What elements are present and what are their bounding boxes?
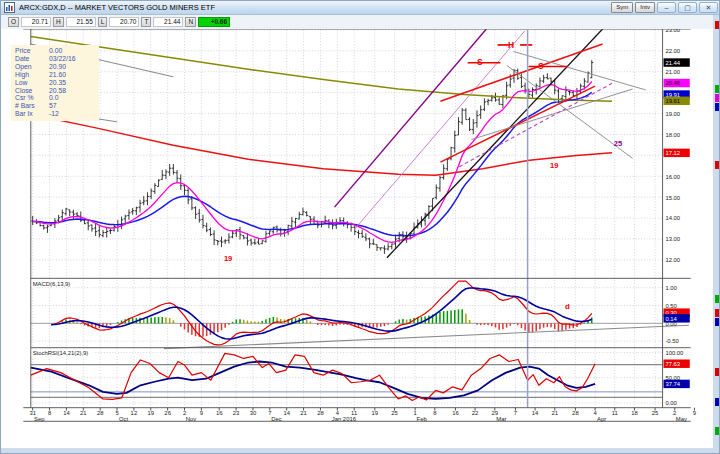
svg-text:Feb: Feb xyxy=(417,416,428,422)
readout-row: Low20.35 xyxy=(15,79,95,87)
svg-text:0.50: 0.50 xyxy=(665,303,677,309)
svg-text:26: 26 xyxy=(164,410,171,416)
svg-text:2: 2 xyxy=(673,410,676,416)
background-window-label-sliver xyxy=(715,85,720,93)
svg-text:19: 19 xyxy=(372,410,379,416)
svg-text:21: 21 xyxy=(80,410,87,416)
svg-text:StochRSI(14,21(2),9): StochRSI(14,21(2),9) xyxy=(33,350,89,356)
svg-text:100.00: 100.00 xyxy=(665,350,684,356)
readout-row: Open20.90 xyxy=(15,63,95,71)
close-button[interactable]: ✕ xyxy=(699,2,718,13)
chart-annotation-H: H xyxy=(508,40,514,50)
svg-text:77.63: 77.63 xyxy=(665,361,680,367)
title-bar[interactable]: ARCX:GDX,D -- MARKET VECTORS GOLD MINERS… xyxy=(1,1,720,15)
background-window-label-sliver xyxy=(715,21,720,29)
svg-text:13.00: 13.00 xyxy=(665,236,680,242)
svg-text:29: 29 xyxy=(492,410,499,416)
svg-text:21: 21 xyxy=(552,410,559,416)
sym-button[interactable]: Sym xyxy=(611,2,633,13)
svg-text:28: 28 xyxy=(572,410,579,416)
svg-text:37.74: 37.74 xyxy=(665,381,680,387)
svg-text:11: 11 xyxy=(351,410,357,416)
svg-text:2: 2 xyxy=(183,410,186,416)
svg-text:18.00: 18.00 xyxy=(665,132,680,138)
svg-text:21.44: 21.44 xyxy=(665,60,680,66)
app-icon xyxy=(4,2,15,13)
svg-text:Dec: Dec xyxy=(271,416,282,422)
readout-row: Price0.00 xyxy=(15,47,95,55)
chart-annotation-19: 19 xyxy=(550,161,558,170)
svg-text:16: 16 xyxy=(216,410,223,416)
quote-field-label-H: H xyxy=(53,17,64,27)
svg-text:14: 14 xyxy=(283,410,290,416)
svg-text:16: 16 xyxy=(452,410,459,416)
svg-text:14: 14 xyxy=(532,410,539,416)
minimize-button[interactable]: – xyxy=(657,2,676,13)
svg-text:15.00: 15.00 xyxy=(665,195,680,201)
chart-annotation-25: 25 xyxy=(614,139,622,148)
background-window-edge xyxy=(713,15,720,448)
svg-text:Oct: Oct xyxy=(119,416,129,422)
svg-text:1: 1 xyxy=(413,410,416,416)
quote-field-label-L: L xyxy=(98,17,108,27)
svg-text:21.00: 21.00 xyxy=(665,69,680,75)
svg-text:30: 30 xyxy=(250,410,257,416)
quote-field-label-O: O xyxy=(8,17,19,27)
svg-text:11: 11 xyxy=(612,410,618,416)
chart-window: ARCX:GDX,D -- MARKET VECTORS GOLD MINERS… xyxy=(0,0,720,454)
chart-annotation-S: S xyxy=(538,61,544,71)
svg-text:Sep: Sep xyxy=(34,416,45,422)
svg-text:21: 21 xyxy=(300,410,307,416)
chart-annotation-d: d xyxy=(565,302,570,311)
svg-text:31: 31 xyxy=(29,410,36,416)
svg-text:14: 14 xyxy=(63,410,70,416)
background-window-label-sliver xyxy=(715,295,720,303)
svg-text:7: 7 xyxy=(268,410,271,416)
readout-row: Close20.58 xyxy=(15,87,95,95)
readout-row: High21.60 xyxy=(15,71,95,79)
chart-canvas[interactable]: MACD(6,13,9)StochRSI(14,21(2),9)23.0022.… xyxy=(1,29,713,448)
maximize-button[interactable]: ▢ xyxy=(678,2,697,13)
background-window-label-sliver xyxy=(715,398,720,406)
readout-row: Csr %0.0 xyxy=(15,94,95,102)
svg-text:28: 28 xyxy=(317,410,324,416)
chart-annotation-19: 19 xyxy=(224,254,232,263)
svg-text:19.00: 19.00 xyxy=(665,111,680,117)
window-title: ARCX:GDX,D -- MARKET VECTORS GOLD MINERS… xyxy=(19,3,611,12)
svg-text:1.00: 1.00 xyxy=(665,285,677,291)
readout-row: Date03/22/16 xyxy=(15,55,95,63)
background-window-label-sliver xyxy=(715,309,720,317)
svg-text:23.00: 23.00 xyxy=(665,29,680,33)
svg-text:12.00: 12.00 xyxy=(665,257,680,263)
background-window-label-sliver xyxy=(715,368,720,376)
svg-text:25: 25 xyxy=(391,410,398,416)
svg-text:9: 9 xyxy=(693,410,696,416)
quote-field-label-N: N xyxy=(185,17,196,27)
svg-text:12: 12 xyxy=(131,410,138,416)
svg-text:25: 25 xyxy=(652,410,659,416)
background-window-label-sliver xyxy=(715,318,720,326)
svg-text:9: 9 xyxy=(200,410,203,416)
background-window-label-sliver xyxy=(715,427,720,435)
background-window-label-sliver xyxy=(715,103,720,111)
svg-text:Mar: Mar xyxy=(496,416,506,422)
svg-text:MACD(6,13,9): MACD(6,13,9) xyxy=(33,281,71,287)
quote-bar: O20.71H21.55L20.70T21.44N+0.66 xyxy=(1,15,713,29)
svg-text:Apr: Apr xyxy=(597,416,606,422)
intv-button[interactable]: Intv xyxy=(635,2,655,13)
svg-text:Nov: Nov xyxy=(186,416,197,422)
svg-text:22.00: 22.00 xyxy=(665,48,680,54)
svg-text:7: 7 xyxy=(514,410,517,416)
svg-text:14.00: 14.00 xyxy=(665,215,680,221)
background-window-label-sliver xyxy=(715,161,720,169)
quote-field-value-L: 20.70 xyxy=(109,17,139,27)
svg-text:18: 18 xyxy=(631,410,638,416)
svg-text:16.00: 16.00 xyxy=(665,174,680,180)
svg-text:20.46: 20.46 xyxy=(665,80,680,86)
svg-text:-0.50: -0.50 xyxy=(665,338,679,344)
svg-text:22: 22 xyxy=(472,410,479,416)
readout-row: # Bars57 xyxy=(15,102,95,110)
quote-field-value-H: 21.55 xyxy=(66,17,96,27)
data-readout-panel: Price0.00Date03/22/16Open20.90High21.60L… xyxy=(11,45,99,121)
quote-field-value-O: 20.71 xyxy=(21,17,51,27)
